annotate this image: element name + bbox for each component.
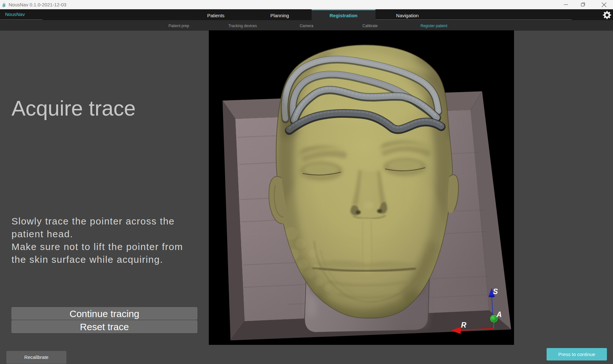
svg-text:R: R (461, 321, 466, 329)
svg-text:S: S (493, 287, 498, 296)
svg-text:A: A (496, 310, 502, 319)
